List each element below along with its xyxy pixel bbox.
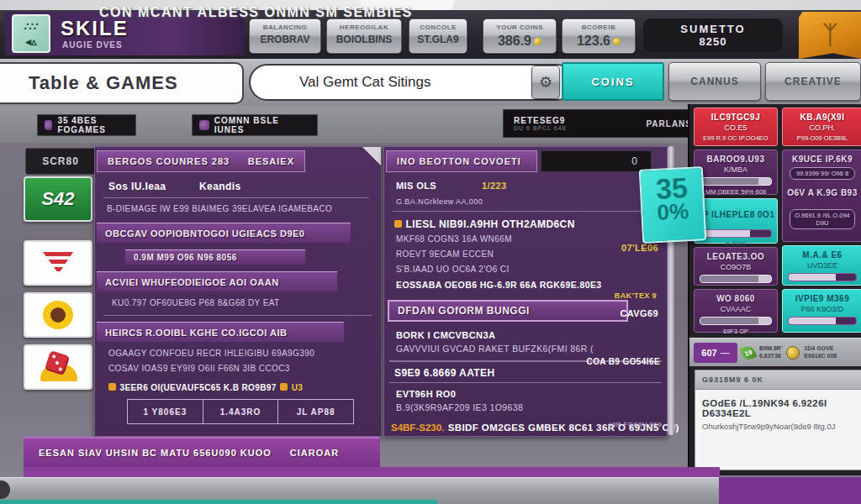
panel-corner (362, 147, 381, 165)
session-label: SUMETTO (643, 23, 783, 35)
filter-chip-label: COMNN BSLE IUNES (214, 116, 310, 134)
balance-button[interactable]: BALANCING EROBRAV (249, 18, 321, 54)
detail-section-button-label: DFDAN GOfORM BUNGGI (398, 305, 530, 317)
divider (103, 197, 369, 198)
card-note: MM OBEEE 59% 608 (695, 188, 777, 196)
app-title: SKILE (61, 17, 129, 40)
session-value: 8250 (643, 35, 783, 48)
card-note: E99 R.9 OC IP.OO4EO (695, 134, 777, 142)
coin-balance-number: 123.6 (577, 34, 610, 48)
detail-highlight-amount: S4BF-S230. (391, 423, 444, 433)
coins-tab[interactable]: COINS (562, 62, 664, 101)
promo-card-purple-2[interactable]: LEOATE3.OO CO9O7B (694, 247, 778, 286)
detail-line4: EOSSABA OEOB6 HG-6.9R 66A RGK69E.80E3 (396, 280, 602, 290)
game-list-row-2[interactable]: ACVIEI WHUFEODIEIGOE AOI OAAN (97, 271, 337, 291)
action-button-3[interactable]: JL AP88 (278, 400, 353, 423)
action-button-3-label: JL AP88 (297, 407, 335, 417)
dice-icon (37, 353, 79, 381)
rail-label-2: 1D4 GOVE E6618C 008 (804, 345, 837, 360)
bonus-button[interactable]: HEREOGILAK BOIOLBINS (326, 18, 402, 54)
funnel-icon (43, 252, 73, 274)
card-pill: 99.9399 99/ O96 8 (790, 167, 855, 180)
action-button-1-label: 1 Y806E3 (143, 407, 187, 417)
game-list-subrow[interactable]: 0.9M M99 O96 N96 8056 (125, 249, 305, 265)
promo-card-purple-1[interactable]: BAROO9.U93 K/MBA MM OBEEE 59% 608 (694, 150, 778, 195)
progress-bar (788, 273, 857, 281)
rail-chip-607[interactable]: 607— (694, 343, 737, 363)
game-action-buttons: 1 Y806E3 1.4A3RO JL AP88 (127, 399, 354, 424)
detail-line7: EVT96H RO0 (396, 389, 456, 399)
info-panel-line2: OhurkoshjT9rw9p9yNoar(9de9 8tg.0J (702, 422, 855, 431)
game-list-panel: BERGOS COUNRES 283 BESAIEX Sos IU.Ieaa K… (94, 146, 382, 437)
game-list-line5-row: 3EER6 OI(UEVAUF5C65 K.B RO9B97 U3 (108, 379, 378, 394)
action-button-2-label: 1.4A3RO (220, 407, 261, 417)
rail-label-2b: E6618C 008 (804, 353, 837, 360)
gold-coin-icon (786, 346, 800, 360)
promo-card-red-2[interactable]: KB.A9(X9I CO.PH. P99-O09 OE3B9L (782, 108, 861, 146)
bonus-button-label: BOIOLBINS (327, 34, 401, 45)
card-midtitle: O6V A K.9G B93 (783, 188, 861, 197)
game-list-subrow-label: 0.9M M99 O96 N96 8056 (134, 253, 237, 262)
tab-sos[interactable]: Sos IU.Ieaa (108, 181, 166, 192)
game-list-row-3[interactable]: HEIRCS R.OOIBL KGHE CO.IGCOI AIB (97, 322, 344, 342)
detail-counter-chip[interactable]: 0 (541, 150, 652, 172)
card-title: KB.A9(X9I (783, 113, 861, 122)
rail-label-1b: 6.63T38 (759, 353, 782, 360)
detail-section-button[interactable]: DFDAN GOfORM BUNGGI (388, 300, 628, 322)
cash-balance-button[interactable]: YOUR COINS 386.9 (483, 18, 557, 54)
coin-balance-button[interactable]: BCOREIB 123.6 (562, 18, 636, 54)
divider (103, 315, 372, 316)
tab-keandis[interactable]: Keandis (199, 181, 240, 192)
game-detail-panel: INO BEOTTON COVOETI 0 MIS OLS 1/223 G.BA… (383, 146, 668, 437)
info-strip-right: PARLANS (646, 119, 692, 129)
promo-card-teal-2[interactable]: M.A.& E6 UVD3EE (782, 245, 861, 286)
cash-balance-value: 386.9 (483, 34, 556, 49)
card-title: K9UCE IP.6K9 (783, 155, 861, 164)
promo-card-purple-4[interactable]: K9UCE IP.6K9 99.9399 99/ O96 8 O6V A K.9… (782, 150, 861, 242)
progress-bar (700, 275, 772, 283)
detail-header[interactable]: INO BEOTTON COVOETI (386, 150, 537, 172)
info-panel-header-label: G9318M9 6 0K (702, 375, 763, 384)
filter-chip-base-lines[interactable]: COMNN BSLE IUNES (192, 114, 318, 136)
detail-side-white2: COA B9 GO54I6E (587, 357, 660, 366)
search-input[interactable] (249, 64, 575, 101)
action-button-2[interactable]: 1.4A3RO (203, 400, 279, 423)
game-tile-funnel[interactable] (24, 240, 92, 286)
creative-tab[interactable]: CREATIVE (765, 62, 861, 101)
console-button[interactable]: CONCOLE ST.GLA9 (409, 18, 467, 54)
game-list-row-1[interactable]: OBCGAV OOPIOBNTOGOI UGIEACS D9E0 (97, 223, 351, 243)
detail-side-small: BAK'TEX 9 (615, 291, 657, 300)
promo-card-red-1[interactable]: ILC9TGC9J CO.E5 E99 R.9 OC IP.OO4EO (694, 108, 778, 146)
promo-card-purple-3[interactable]: WO 8060 CVAAAC 69F3 OP (694, 289, 778, 333)
promo-rail: ILC9TGC9J CO.E5 E99 R.9 OC IP.OO4EO BARO… (688, 104, 861, 475)
brand-ribbon-icon[interactable]: ᛉ (799, 12, 861, 59)
filter-chip-top-games[interactable]: 35 4BES FOGAMES (37, 114, 136, 136)
filter-chip-label: 35 4BES FOGAMES (57, 116, 129, 134)
promo-tile-35[interactable]: 35 0% (639, 166, 707, 244)
card-title: IVPIE9 M369 (783, 294, 861, 303)
card-subtitle: CVAAAC (695, 305, 777, 313)
score-chip[interactable]: SCR80 (25, 148, 96, 175)
footer-link[interactable]: CIAROAR (290, 448, 339, 458)
page-title: Table & GAMES (29, 72, 178, 94)
game-tile-s42-label: S42 (41, 188, 74, 210)
nav-bar: Table & GAMES ⚙ COINS CANNUS CREATIVE (0, 59, 861, 108)
game-tile-egg[interactable] (24, 292, 92, 338)
detail-line6: GAVVVIUI GVCAD RAKET BUFZK6(FMI 86R ( (396, 344, 594, 354)
detail-side-white: CAVG69 (620, 308, 658, 318)
cannus-tab[interactable]: CANNUS (668, 62, 761, 101)
divider (393, 211, 645, 212)
coin-balance-caption: BCOREIB (563, 24, 635, 31)
settings-icon[interactable]: ⚙ (531, 66, 560, 99)
console-button-label: ST.GLA9 (409, 34, 467, 45)
game-list-header[interactable]: BERGOS COUNRES 283 BESAIEX (97, 150, 305, 172)
balance-button-caption: BALANCING (250, 24, 320, 31)
game-tile-dice[interactable] (24, 344, 92, 390)
action-button-1[interactable]: 1 Y806E3 (128, 400, 203, 423)
game-tile-s42[interactable]: S42 (24, 176, 92, 222)
detail-side-yellow: 07'LE06 (621, 243, 658, 253)
left-panel-footer: EESAN SIAV UHSIN BC MATU 656U090 KUOO CI… (24, 437, 380, 467)
promo-card-teal-3[interactable]: IVPIE9 M369 P66 K9O3/D (782, 289, 861, 333)
card-title: LEOATE3.OO (695, 252, 777, 261)
info-panel: G9318M9 6 0K GOdE6 /L.19NK94 6.9226I D63… (695, 370, 861, 470)
